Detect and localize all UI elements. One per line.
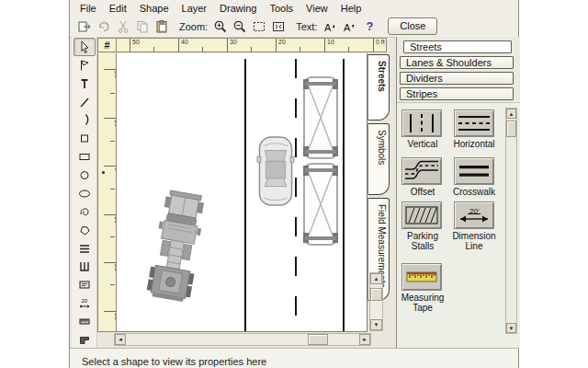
scroll-left-icon[interactable]: ◄	[115, 334, 126, 345]
text-label: Text:	[296, 21, 317, 32]
panel-scrollbar[interactable]: ▲ ▼	[505, 108, 517, 334]
menu-help[interactable]: Help	[334, 2, 368, 15]
measuring-tape-tool[interactable]	[74, 312, 96, 330]
measuring-tape-icon	[404, 267, 439, 287]
svg-text:A: A	[324, 22, 332, 33]
drawing-canvas[interactable]	[117, 53, 368, 332]
canvas-vertical-scrollbar[interactable]: ▲ ▼	[369, 272, 383, 331]
menu-shape[interactable]: Shape	[133, 2, 175, 15]
shape-label: Horizontal	[448, 139, 500, 149]
scroll-down-icon[interactable]: ▼	[370, 319, 382, 330]
scroll-down-icon[interactable]: ▼	[506, 323, 516, 333]
scroll-up-icon[interactable]: ▲	[370, 273, 382, 284]
horizontal-scroll-thumb[interactable]	[308, 334, 328, 345]
arc-tool[interactable]	[74, 111, 96, 130]
category-lanes-shoulders[interactable]: Lanes & Shoulders	[400, 56, 514, 69]
shape-label: Measuring Tape	[397, 293, 448, 313]
polygon-tool[interactable]	[74, 221, 96, 239]
trailer-shape-top[interactable]	[302, 75, 339, 164]
shape-parking-stalls[interactable]	[401, 201, 442, 229]
dimension-tool[interactable]: 20	[74, 293, 96, 312]
paste-icon[interactable]	[152, 17, 171, 36]
curve-tool[interactable]	[74, 202, 96, 221]
top-ruler: 50 40 30 20 10 0 ft	[117, 38, 387, 52]
street-tool[interactable]	[74, 239, 96, 258]
close-button[interactable]: Close	[388, 17, 437, 35]
left-ruler: 20 10 0 10 20 30	[97, 53, 117, 332]
shape-measuring-tape[interactable]	[401, 263, 442, 291]
truck-shape[interactable]	[139, 188, 215, 310]
shape-label: Parking Stalls	[397, 231, 448, 251]
menu-layer[interactable]: Layer	[175, 2, 214, 15]
help-icon[interactable]: ?	[366, 19, 373, 33]
ellipse-tool[interactable]	[74, 184, 96, 202]
select-tool[interactable]	[74, 38, 96, 56]
export-icon[interactable]	[74, 17, 94, 36]
square-tool[interactable]	[74, 129, 96, 147]
scroll-up-icon[interactable]: ▲	[506, 109, 516, 119]
curb-tool[interactable]	[74, 330, 96, 349]
zoom-fit-icon[interactable]	[268, 17, 288, 36]
desktop: { "menu": { "items": ["File","Edit","Sha…	[0, 0, 588, 368]
shape-label: Crosswalk	[448, 187, 500, 197]
pushpin-tool[interactable]	[74, 75, 96, 93]
crosswalk-icon	[457, 161, 492, 181]
shape-library-panel: Streets Lanes & Shoulders Dividers Strip…	[396, 37, 520, 348]
trailer-shape-bottom[interactable]	[302, 162, 339, 250]
zoom-in-icon[interactable]	[210, 17, 230, 36]
dimension-line-icon: 20'	[457, 205, 492, 225]
tab-streets[interactable]: Streets	[368, 54, 390, 121]
svg-text:20: 20	[81, 298, 87, 304]
shape-offset[interactable]	[401, 157, 442, 185]
shape-label: Vertical	[397, 139, 448, 149]
car-shape[interactable]	[256, 135, 295, 211]
cut-icon[interactable]	[113, 17, 132, 36]
horizontal-street-icon	[457, 113, 492, 133]
svg-text:A: A	[344, 22, 351, 33]
circle-tool[interactable]	[74, 166, 96, 184]
shape-crosswalk[interactable]	[454, 157, 494, 185]
shape-list: Vertical Horizontal Offset	[397, 102, 520, 348]
text-smaller-icon[interactable]: A	[339, 17, 358, 36]
lane-tool[interactable]	[74, 258, 96, 276]
text-larger-icon[interactable]: A	[320, 17, 339, 36]
shape-vertical[interactable]	[401, 109, 442, 137]
copy-icon[interactable]	[132, 17, 152, 36]
ruler-tick: 20	[104, 69, 117, 84]
parking-stalls-icon	[404, 205, 439, 225]
sign-tool[interactable]	[74, 275, 96, 293]
panel-scroll-thumb[interactable]	[506, 121, 516, 137]
vertical-scroll-thumb[interactable]	[370, 288, 382, 301]
vertical-street-icon	[404, 113, 439, 133]
tab-symbols[interactable]: Symbols	[368, 123, 390, 195]
road-edge-line-left[interactable]	[244, 59, 246, 331]
origin-marker	[102, 171, 105, 174]
ruler-minor-ticks	[110, 93, 115, 319]
category-stripes[interactable]: Stripes	[400, 87, 514, 100]
line-tool[interactable]	[74, 93, 96, 111]
offset-street-icon	[404, 160, 439, 182]
zoom-rectangle-icon[interactable]	[249, 17, 268, 36]
menu-view[interactable]: View	[300, 2, 334, 15]
menu-drawing[interactable]: Drawing	[213, 2, 263, 15]
zoom-out-icon[interactable]	[230, 17, 249, 36]
undo-icon[interactable]	[94, 17, 113, 36]
rectangle-tool[interactable]	[74, 147, 96, 166]
menu-file[interactable]: File	[74, 2, 103, 15]
scroll-right-icon[interactable]: ►	[359, 334, 370, 345]
canvas-tab-strip: Streets Symbols Field Measurements	[368, 54, 392, 301]
shape-horizontal[interactable]	[454, 109, 494, 137]
road-edge-line-right[interactable]	[343, 59, 345, 331]
menu-edit[interactable]: Edit	[103, 2, 133, 15]
toolbar: Zoom: Text: A A ? Close	[70, 16, 518, 38]
menu-bar: File Edit Shape Layer Drawing Tools View…	[70, 0, 518, 17]
lasso-tool[interactable]	[74, 56, 96, 75]
road-center-dashed-line[interactable]	[295, 59, 297, 331]
menu-tools[interactable]: Tools	[263, 2, 300, 15]
category-dividers[interactable]: Dividers	[400, 72, 514, 85]
category-streets[interactable]: Streets	[403, 40, 512, 53]
status-bar: Select a shape to view its properties he…	[70, 348, 518, 368]
ruler-origin-button[interactable]: #	[97, 38, 117, 52]
shape-dimension-line[interactable]: 20'	[454, 201, 494, 229]
canvas-horizontal-scrollbar[interactable]: ◄ ►	[114, 333, 371, 346]
